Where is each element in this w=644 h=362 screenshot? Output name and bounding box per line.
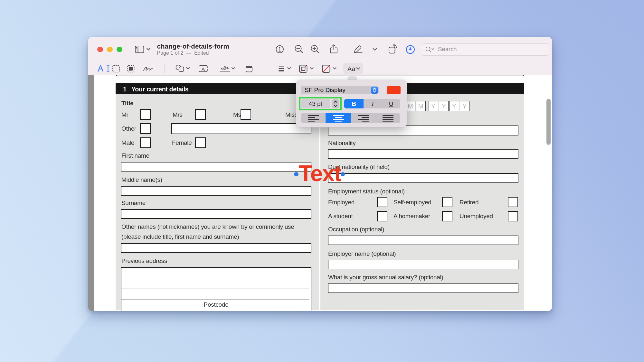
svg-text:A: A xyxy=(202,66,205,72)
svg-text:Aa: Aa xyxy=(347,65,355,72)
